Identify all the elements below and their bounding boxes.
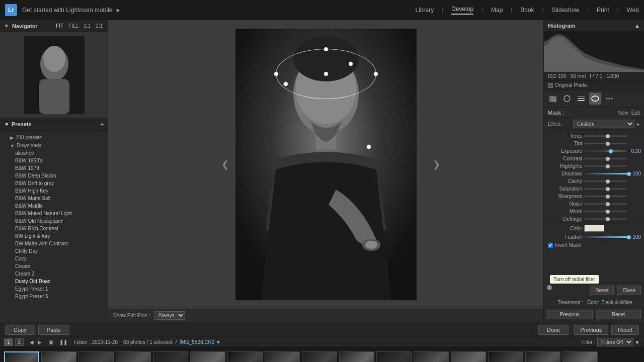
effect-select[interactable]: Custom Burn (Darken) Dodge (Lighten) Iri…	[573, 120, 634, 128]
film-thumb-12[interactable]	[451, 351, 486, 363]
nav-2to1[interactable]: 2:1	[94, 23, 104, 29]
feather-track[interactable]	[584, 236, 627, 238]
color-swatch[interactable]	[584, 225, 604, 232]
next-photo-arrow[interactable]: ❯	[433, 159, 440, 170]
filter-select[interactable]: Filters Off Rated Picked	[597, 338, 633, 346]
reset-bottom-button[interactable]: Reset	[611, 325, 639, 335]
film-thumb-7[interactable]	[265, 351, 300, 363]
radial-tool-icon[interactable]	[589, 93, 601, 105]
grid-view-btn[interactable]: ▣	[47, 339, 55, 345]
reset-main-button[interactable]: Reset	[596, 310, 641, 319]
previous-button[interactable]: Previous	[547, 310, 593, 319]
nav-web[interactable]: Web	[627, 7, 639, 14]
film-thumb-6[interactable]	[227, 351, 263, 363]
preset-bw-drift[interactable]: B&W Drift to grey	[0, 179, 108, 187]
page-num-2[interactable]: 2	[15, 338, 24, 346]
slider-temp-track[interactable]	[584, 135, 627, 137]
treatment-bw-button[interactable]: Black & White	[601, 300, 632, 305]
film-thumb-8[interactable]	[302, 351, 337, 363]
canvas-area[interactable]: ❮	[108, 20, 543, 309]
film-thumb-2[interactable]: ★★★★★	[78, 351, 114, 363]
preset-bw1979[interactable]: B&W 1979	[0, 164, 108, 172]
preset-cream2[interactable]: Cream 2	[0, 270, 108, 278]
film-thumb-14[interactable]	[525, 351, 560, 363]
preset-chilly-day[interactable]: Chilly Day	[0, 247, 108, 255]
slider-highlights-track[interactable]	[584, 165, 627, 167]
film-thumb-1[interactable]	[41, 351, 76, 363]
nav-map[interactable]: Map	[491, 7, 503, 14]
preset-egypt5[interactable]: Egypt Preset 5	[0, 293, 108, 300]
nav-fit[interactable]: FIT	[54, 23, 65, 29]
mask-edit-button[interactable]: Edit	[631, 110, 640, 116]
slider-tint-track[interactable]	[584, 143, 627, 144]
done-button[interactable]: Done	[538, 325, 569, 335]
more-tools-icon[interactable]	[603, 93, 615, 105]
nav-slideshow[interactable]: Slideshow	[551, 7, 579, 14]
nav-print[interactable]: Print	[597, 7, 609, 14]
preset-cozy[interactable]: Cozy	[0, 255, 108, 262]
navigator-collapse-icon[interactable]: ▼	[4, 23, 9, 29]
preset-cream[interactable]: Cream	[0, 262, 108, 270]
edit-pins-select[interactable]: Always Never Auto	[154, 311, 185, 320]
prev-photo-arrow[interactable]: ❮	[221, 159, 229, 170]
slider-exposure-track[interactable]	[584, 150, 627, 152]
film-thumb-9[interactable]	[339, 351, 374, 363]
film-thumb-13[interactable]	[488, 351, 523, 363]
close-button[interactable]: Close	[617, 286, 641, 295]
filmstrip-fwd-btn[interactable]: ▶	[36, 339, 44, 345]
slider-defringe-track[interactable]	[584, 218, 627, 220]
invert-mask-checkbox[interactable]	[548, 243, 553, 248]
nav-library[interactable]: Library	[416, 7, 434, 14]
preset-group-100[interactable]: ▶ 100 presets	[0, 133, 108, 141]
slider-noise-track[interactable]	[584, 203, 627, 205]
previous-main-button[interactable]: Previous	[574, 325, 608, 335]
preset-bw-matte-soft[interactable]: B&W Matte Soft	[0, 195, 108, 202]
mask-new-button[interactable]: New	[618, 110, 628, 116]
film-thumb-3[interactable]	[116, 351, 151, 363]
nav-develop[interactable]: Develop	[451, 6, 473, 15]
preset-bw-rich[interactable]: B&W Rich Contrast	[0, 225, 108, 232]
preset-bw-muted[interactable]: B&W Muted Natural Light	[0, 210, 108, 217]
filmstrip-back-btn[interactable]: ◀	[28, 339, 36, 345]
edit-pin-2[interactable]	[366, 144, 371, 149]
preset-bw-high-key[interactable]: B&W High Key	[0, 187, 108, 195]
film-thumb-11[interactable]	[414, 351, 449, 363]
slider-clarity-track[interactable]	[584, 180, 627, 182]
preset-group-downloads[interactable]: ▼ Downloads	[0, 141, 108, 149]
radial-filter-toggle[interactable]	[547, 285, 552, 290]
compare-btn[interactable]: ❚❚	[57, 339, 69, 345]
presets-collapse-icon[interactable]: ▼	[4, 121, 10, 127]
film-thumb-0[interactable]: ★★★★★	[4, 351, 39, 363]
film-thumb-10[interactable]	[376, 351, 412, 363]
page-num-1[interactable]: 1	[4, 338, 13, 346]
treatment-color-button[interactable]: Color	[587, 300, 599, 305]
preset-bw-middle[interactable]: B&W Middle	[0, 202, 108, 210]
presets-add-button[interactable]: +	[100, 120, 104, 128]
film-thumb-15[interactable]	[562, 351, 598, 363]
preset-bw-matte-contrast[interactable]: BW Matte with Contrast	[0, 240, 108, 247]
nav-book[interactable]: Book	[520, 7, 534, 14]
film-thumb-4[interactable]	[153, 351, 188, 363]
preset-bw-deep-blacks[interactable]: B&W Deep Blacks	[0, 172, 108, 179]
original-photo-checkbox[interactable]	[548, 83, 553, 88]
edit-pin-1[interactable]	[283, 81, 288, 86]
slider-contrast-track[interactable]	[584, 158, 627, 159]
reset-button[interactable]: Reset	[590, 286, 614, 295]
nav-fill[interactable]: FILL	[67, 23, 80, 29]
film-thumb-5[interactable]	[190, 351, 225, 363]
preset-akushev[interactable]: akushev	[0, 149, 108, 157]
adjust-tool-icon[interactable]	[547, 93, 559, 105]
slider-shadows-track[interactable]	[584, 173, 627, 174]
preset-bw1950[interactable]: B&W 1950's	[0, 157, 108, 164]
copy-button[interactable]: Copy	[5, 325, 35, 335]
slider-saturation-track[interactable]	[584, 188, 627, 190]
preset-bw-newspaper[interactable]: B&W Old Newspaper	[0, 217, 108, 225]
paste-button[interactable]: Paste	[38, 325, 69, 335]
gradient-tool-icon[interactable]	[575, 93, 587, 105]
preset-dusty-old-road[interactable]: Dusty Old Road	[0, 278, 108, 285]
circle-tool-icon[interactable]	[561, 93, 573, 105]
slider-moire-track[interactable]	[584, 211, 627, 212]
preset-egypt1[interactable]: Egypt Preset 1	[0, 285, 108, 293]
slider-sharpness-track[interactable]	[584, 196, 627, 197]
nav-1to1[interactable]: 1:1	[82, 23, 92, 29]
